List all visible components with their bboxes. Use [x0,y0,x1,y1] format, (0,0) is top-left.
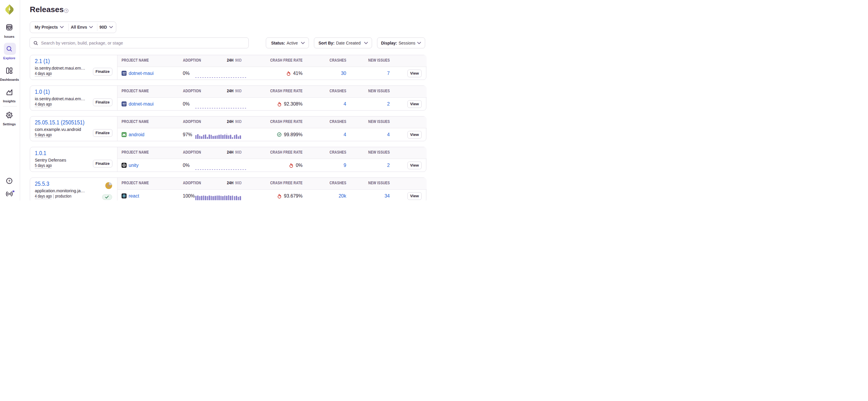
svg-text:?: ? [65,9,67,12]
svg-text:MAUI: MAUI [123,104,125,106]
svg-text:MAUI: MAUI [123,74,125,75]
svg-text:?: ? [8,179,10,183]
